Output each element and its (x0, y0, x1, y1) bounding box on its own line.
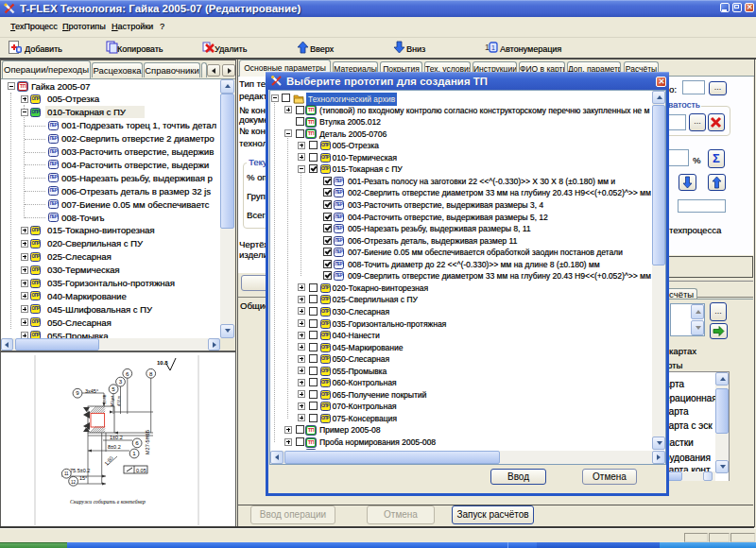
svg-text:11: 11 (64, 471, 69, 476)
svg-text:3x45°: 3x45° (85, 388, 98, 394)
svg-text:6: 6 (135, 439, 139, 446)
svg-text:1: 1 (485, 43, 490, 52)
svg-text:75.5±0.2: 75.5±0.2 (70, 468, 90, 473)
svg-text:1: 1 (491, 44, 495, 51)
svg-text:12: 12 (71, 480, 77, 485)
svg-text:M?got: M?got (110, 395, 114, 406)
svg-text:d?2.ro: d?2.ro (116, 395, 121, 406)
svg-text:9: 9 (76, 389, 79, 396)
svg-text:1±0.2: 1±0.2 (110, 435, 123, 440)
svg-text:8±0.2: 8±0.2 (108, 444, 121, 450)
svg-text:0.05: 0.05 (136, 468, 146, 473)
svg-text:1: 1 (132, 450, 136, 456)
svg-text:15°: 15° (79, 475, 87, 481)
svg-text:5: 5 (112, 385, 115, 392)
svg-text:6: 6 (126, 370, 129, 377)
svg-text:3: 3 (119, 378, 123, 385)
svg-text:Снаружи собирать в контейнер: Снаружи собирать в контейнер (70, 499, 146, 505)
svg-text:М27-5Н6Б: М27-5Н6Б (145, 429, 150, 454)
svg-text:8: 8 (149, 370, 153, 377)
